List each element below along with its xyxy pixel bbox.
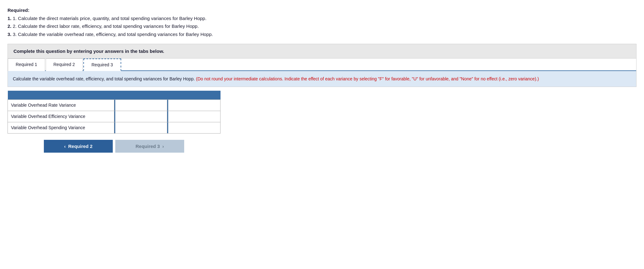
row-2-value-cell	[114, 111, 167, 122]
table-row: Variable Overhead Efficiency Variance	[8, 111, 221, 122]
tab-content: Calculate the variable overhead rate, ef…	[8, 71, 636, 87]
row-1-value-cell	[114, 99, 167, 111]
table-row: Variable Overhead Spending Variance	[8, 122, 221, 133]
navigation-row: ‹ Required 2 Required 3 ›	[8, 140, 221, 153]
row-3-effect-cell	[167, 122, 221, 133]
next-chevron: ›	[162, 144, 164, 149]
row-1-effect-cell	[167, 99, 221, 111]
req-item-1-num: 1.	[8, 16, 12, 21]
required-label: Required:	[8, 8, 29, 13]
prev-chevron: ‹	[64, 144, 66, 149]
col-effect-header	[167, 91, 221, 99]
next-button[interactable]: Required 3 ›	[115, 140, 184, 153]
tabs-container: Required 1 Required 2 Required 3 Calcula…	[8, 58, 636, 87]
required-header: Required: 1. 1. Calculate the direct mat…	[8, 6, 636, 38]
table-header-row	[8, 91, 221, 99]
req-item-3-num: 3.	[8, 32, 12, 37]
tab-content-note: (Do not round your intermediate calculat…	[196, 76, 539, 81]
complete-banner-text: Complete this question by entering your …	[13, 48, 631, 54]
tab-required-2[interactable]: Required 2	[46, 58, 83, 71]
row-3-value-input[interactable]	[114, 122, 167, 133]
tabs-row: Required 1 Required 2 Required 3	[8, 58, 636, 71]
req-item-3: 3. Calculate the variable overhead rate,…	[13, 32, 213, 37]
tab-2-label: Required 2	[54, 62, 75, 67]
table-section: Variable Overhead Rate Variance Variable…	[8, 91, 221, 134]
col-label-header	[8, 91, 114, 99]
next-button-label: Required 3	[136, 144, 160, 149]
variance-table: Variable Overhead Rate Variance Variable…	[8, 91, 221, 134]
row-3-value-cell	[114, 122, 167, 133]
row-2-effect-cell	[167, 111, 221, 122]
prev-button[interactable]: ‹ Required 2	[44, 140, 113, 153]
row-2-label: Variable Overhead Efficiency Variance	[8, 111, 114, 122]
tab-3-label: Required 3	[91, 62, 113, 67]
row-1-effect-input[interactable]	[167, 100, 220, 111]
row-3-label: Variable Overhead Spending Variance	[8, 122, 114, 133]
req-item-2-num: 2.	[8, 23, 12, 29]
tab-content-description: Calculate the variable overhead rate, ef…	[13, 76, 195, 81]
tab-required-1[interactable]: Required 1	[8, 58, 45, 71]
row-2-value-input[interactable]	[114, 111, 167, 122]
col-value-header	[114, 91, 167, 99]
prev-button-label: Required 2	[68, 144, 93, 149]
complete-banner: Complete this question by entering your …	[8, 44, 636, 58]
table-row: Variable Overhead Rate Variance	[8, 99, 221, 111]
req-item-1: 1. Calculate the direct materials price,…	[13, 16, 206, 21]
tab-required-3[interactable]: Required 3	[83, 58, 121, 71]
row-1-value-input[interactable]	[114, 100, 167, 111]
req-item-2: 2. Calculate the direct labor rate, effi…	[13, 23, 199, 29]
row-2-effect-input[interactable]	[167, 111, 220, 122]
tab-1-label: Required 1	[16, 62, 37, 67]
row-3-effect-input[interactable]	[167, 122, 220, 133]
row-1-label: Variable Overhead Rate Variance	[8, 99, 114, 111]
